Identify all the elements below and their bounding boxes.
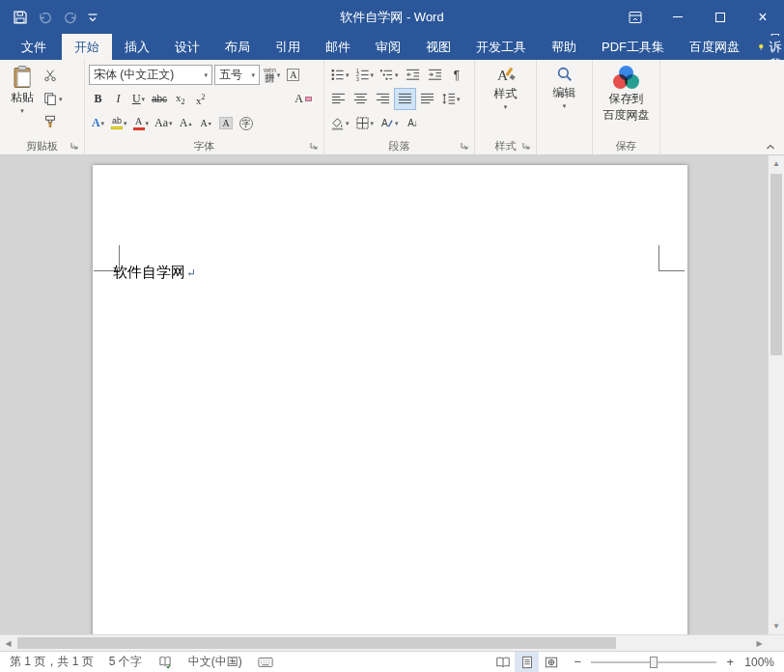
tab-developer[interactable]: 开发工具 (463, 34, 539, 60)
text-effects-button[interactable]: A▾ (89, 113, 107, 133)
phonetic-guide-button[interactable]: wén 拼 ▾ (262, 65, 282, 85)
tab-home[interactable]: 开始 (62, 34, 112, 60)
paste-button[interactable]: 粘贴 ▾ (4, 63, 41, 138)
align-left-button[interactable] (328, 89, 349, 109)
bold-button[interactable]: B (89, 89, 107, 109)
sort-button[interactable]: A↓ (403, 113, 423, 133)
character-border-button[interactable]: A (284, 65, 302, 85)
tab-view[interactable]: 视图 (413, 34, 463, 60)
document-text: 软件自学网 (113, 264, 185, 282)
bullets-button[interactable]: ▾ (328, 65, 351, 85)
tab-references[interactable]: 引用 (263, 34, 313, 60)
multilevel-list-button[interactable]: ▾ (378, 65, 401, 85)
styles-dialog-launcher[interactable] (521, 141, 533, 153)
zoom-in-button[interactable]: + (723, 655, 737, 669)
tab-layout[interactable]: 布局 (212, 34, 263, 60)
styles-button[interactable]: 样式 ▾ (488, 63, 524, 138)
format-painter-button[interactable] (41, 112, 66, 131)
asian-layout-button[interactable]: ▾ (378, 113, 401, 133)
strikethrough-button[interactable]: abc (150, 89, 169, 109)
tab-baidu-netdisk[interactable]: 百度网盘 (677, 34, 752, 60)
shading-button[interactable]: ▾ (328, 113, 351, 133)
close-button[interactable]: × (742, 0, 784, 34)
document-text-line[interactable]: 软件自学网 ↵ (113, 264, 196, 282)
distribute-button[interactable] (417, 89, 437, 109)
show-marks-button[interactable]: ¶ (447, 65, 467, 85)
change-case-button[interactable]: Aa▾ (153, 113, 175, 133)
font-dialog-launcher[interactable] (309, 141, 321, 153)
zoom-slider[interactable] (591, 661, 716, 663)
shrink-font-button[interactable]: A▾ (197, 113, 215, 133)
highlight-button[interactable]: ab ▾ (109, 113, 129, 133)
print-layout-button[interactable] (515, 652, 539, 672)
tell-me-button[interactable]: 告诉我 (752, 34, 784, 60)
web-layout-icon (544, 656, 559, 669)
numbering-icon (355, 68, 370, 82)
zoom-percentage[interactable]: 100% (744, 656, 782, 669)
keyboard-icon (258, 656, 273, 669)
save-to-baidu-button[interactable]: 保存到 百度网盘 (597, 63, 657, 138)
italic-button[interactable]: I (109, 89, 127, 109)
enclose-characters-button[interactable]: 字 (238, 113, 256, 133)
increase-indent-button[interactable] (425, 65, 445, 85)
vertical-scroll-thumb[interactable] (770, 174, 782, 355)
read-mode-button[interactable] (490, 652, 515, 672)
justify-button[interactable] (395, 89, 415, 109)
tab-review[interactable]: 审阅 (363, 34, 413, 60)
grow-font-button[interactable]: A▴ (177, 113, 195, 133)
redo-button[interactable] (58, 4, 83, 30)
status-word-count[interactable]: 5 个字 (101, 654, 150, 670)
status-language[interactable]: 中文(中国) (181, 654, 250, 670)
ribbon-display-options-button[interactable] (614, 0, 657, 34)
strikethrough-icon: abc (152, 94, 167, 104)
input-mode-button[interactable] (250, 656, 281, 669)
proofing-status-button[interactable] (150, 656, 181, 669)
zoom-slider-thumb[interactable] (650, 657, 658, 668)
scroll-up-button[interactable]: ▲ (769, 155, 784, 172)
scroll-right-button[interactable]: ▶ (751, 635, 768, 651)
copy-button[interactable]: ▾ (41, 89, 66, 108)
tab-file[interactable]: 文件 (6, 34, 62, 60)
document-page[interactable]: 软件自学网 ↵ (93, 165, 687, 634)
zoom-out-button[interactable]: − (571, 655, 584, 669)
clear-formatting-button[interactable]: A (293, 89, 314, 109)
horizontal-scroll-thumb[interactable] (17, 637, 616, 649)
paragraph-dialog-launcher[interactable] (460, 141, 471, 153)
maximize-button[interactable] (699, 0, 742, 34)
save-group-label: 保存 (616, 139, 637, 154)
tab-help[interactable]: 帮助 (539, 34, 589, 60)
clipboard-dialog-launcher[interactable] (70, 141, 81, 153)
status-page-number[interactable]: 第 1 页，共 1 页 (2, 654, 101, 670)
vertical-scrollbar[interactable]: ▲ ▼ (768, 155, 784, 634)
document-background[interactable]: 软件自学网 ↵ (0, 155, 768, 634)
cut-button[interactable] (41, 66, 66, 85)
numbering-button[interactable]: ▾ (353, 65, 377, 85)
save-button[interactable] (8, 4, 33, 30)
web-layout-button[interactable] (539, 652, 563, 672)
align-center-button[interactable] (350, 89, 371, 109)
tab-mailings[interactable]: 邮件 (313, 34, 363, 60)
tab-insert[interactable]: 插入 (112, 34, 162, 60)
decrease-indent-button[interactable] (403, 65, 423, 85)
collapse-ribbon-button[interactable] (763, 140, 778, 153)
font-color-button[interactable]: A ▾ (131, 113, 152, 133)
line-spacing-button[interactable]: ▾ (439, 89, 462, 109)
character-shading-button[interactable]: A (217, 113, 236, 133)
font-size-select[interactable]: 五号 ▾ (214, 65, 260, 85)
undo-button[interactable] (33, 4, 58, 30)
align-right-button[interactable] (373, 89, 393, 109)
font-name-select[interactable]: 宋体 (中文正文) ▾ (89, 65, 212, 85)
underline-button[interactable]: U▾ (129, 89, 148, 109)
paste-icon (13, 65, 32, 89)
customize-quick-access-button[interactable] (83, 4, 102, 30)
editing-button[interactable]: 编辑 ▾ (546, 63, 583, 138)
horizontal-scrollbar[interactable]: ◀ ▶ (0, 634, 784, 651)
scroll-down-button[interactable]: ▼ (769, 618, 784, 634)
borders-button[interactable]: ▾ (353, 113, 377, 133)
superscript-button[interactable]: x2 (191, 89, 210, 109)
minimize-button[interactable] (657, 0, 699, 34)
tab-design[interactable]: 设计 (162, 34, 212, 60)
tab-pdf-tools[interactable]: PDF工具集 (589, 34, 677, 60)
subscript-button[interactable]: x2 (171, 89, 189, 109)
scroll-left-button[interactable]: ◀ (0, 635, 16, 651)
